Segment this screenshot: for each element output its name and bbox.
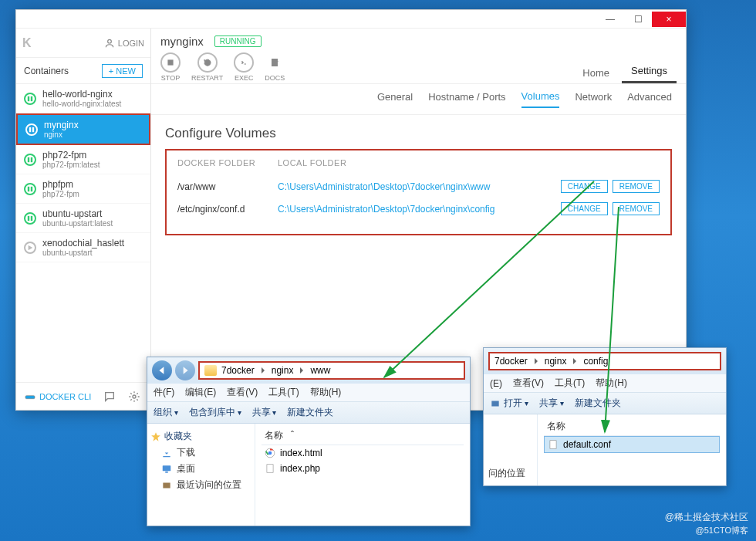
docker-cli-button[interactable]: DOCKER CLI (24, 391, 91, 403)
chevron-right-icon (259, 367, 267, 374)
menu-edit[interactable]: 编辑(E) (185, 386, 216, 399)
maximize-button[interactable]: ☐ (624, 12, 652, 27)
subtab-general[interactable]: General (377, 91, 413, 107)
file-item[interactable]: index.html (262, 445, 464, 461)
svg-rect-23 (163, 482, 170, 488)
share-button[interactable]: 共享 (539, 397, 564, 410)
breadcrumb[interactable]: 7docker nginx config (488, 352, 721, 370)
subtab-network[interactable]: Network (575, 91, 612, 107)
nav-recent-partial[interactable]: 问的位置 (487, 465, 534, 482)
nav-desktop[interactable]: 桌面 (150, 461, 251, 477)
forward-button[interactable] (175, 360, 195, 380)
folder-icon (204, 365, 217, 376)
docker-folder: /var/www (177, 181, 278, 192)
container-list: hello-world-nginxhello-world-nginx:lates… (16, 84, 150, 382)
status-icon (24, 212, 36, 225)
col-docker-folder: DOCKER FOLDER (177, 158, 278, 167)
sidebar: K LOGIN Containers + NEW hello-world-ngi… (16, 29, 151, 410)
remove-button[interactable]: REMOVE (613, 202, 660, 215)
file-list: 名称 default.conf (538, 414, 726, 485)
column-name[interactable]: 名称 ˆ (262, 427, 464, 445)
sidebar-item-mynginx[interactable]: mynginxnginx (16, 113, 150, 145)
section-title: Configure Volumes (165, 126, 672, 141)
organize-button[interactable]: 组织 (154, 406, 178, 419)
volume-row: /etc/nginx/conf.d C:\Users\Administrator… (177, 198, 660, 220)
volumes-box: DOCKER FOLDER LOCAL FOLDER /var/www C:\U… (165, 149, 672, 235)
login-button[interactable]: LOGIN (104, 38, 144, 49)
svg-rect-21 (163, 465, 171, 471)
recent-icon (161, 480, 172, 491)
chrome-icon (265, 448, 275, 458)
close-button[interactable]: × (652, 12, 686, 27)
menu-file[interactable]: 件(F) (154, 386, 174, 399)
menu-view[interactable]: 查看(V) (513, 377, 544, 390)
svg-point-25 (268, 451, 272, 455)
docs-button[interactable]: DOCS (265, 52, 285, 82)
explorer-window-config: 7docker nginx config (E) 查看(V) 工具(T) 帮助(… (483, 347, 727, 486)
sidebar-item-ubuntu-upstart[interactable]: ubuntu-upstartubuntu-upstart:latest (16, 204, 150, 233)
sidebar-item-phpfpm[interactable]: phpfpmphp72-fpm (16, 174, 150, 204)
download-icon (161, 448, 172, 458)
minimize-button[interactable]: — (596, 12, 624, 27)
volume-row: /var/www C:\Users\Administrator\Desktop\… (177, 175, 660, 198)
menu-edit[interactable]: (E) (490, 378, 502, 389)
change-button[interactable]: CHANGE (561, 180, 608, 193)
file-icon (265, 463, 275, 474)
svg-rect-29 (491, 401, 498, 406)
svg-rect-8 (31, 186, 32, 191)
svg-marker-28 (573, 358, 576, 364)
back-button[interactable] (152, 360, 172, 380)
sidebar-item-xenodochial[interactable]: xenodochial_haslettubuntu-upstart (16, 233, 150, 262)
sidebar-item-php72-fpm[interactable]: php72-fpmphp72-fpm:latest (16, 145, 150, 174)
feedback-icon[interactable] (103, 391, 116, 403)
status-icon (24, 183, 36, 195)
nav-downloads[interactable]: 下载 (150, 445, 251, 461)
menu-view[interactable]: 查看(V) (227, 386, 258, 399)
chevron-right-icon (571, 357, 579, 365)
toolbar: 打开 共享 新建文件夹 (484, 393, 726, 414)
stop-button[interactable]: STOP (160, 52, 181, 82)
tab-home[interactable]: Home (573, 63, 619, 83)
restart-button[interactable]: RESTART (191, 52, 223, 82)
menu-help[interactable]: 帮助(H) (310, 386, 342, 399)
include-library-button[interactable]: 包含到库中 (189, 406, 241, 419)
svg-marker-18 (262, 367, 265, 374)
svg-rect-30 (550, 441, 556, 449)
subtab-volumes[interactable]: Volumes (521, 90, 560, 108)
file-item[interactable]: index.php (262, 461, 464, 476)
local-folder: C:\Users\Administrator\Desktop\7docker\n… (278, 204, 561, 215)
new-folder-button[interactable]: 新建文件夹 (287, 406, 333, 419)
user-icon (104, 38, 115, 49)
breadcrumb[interactable]: 7docker nginx www (198, 361, 465, 380)
remove-button[interactable]: REMOVE (613, 180, 660, 193)
svg-rect-22 (165, 471, 168, 472)
column-name[interactable]: 名称 (544, 418, 720, 436)
share-button[interactable]: 共享 (252, 406, 277, 419)
change-button[interactable]: CHANGE (561, 202, 608, 215)
subtab-advanced[interactable]: Advanced (627, 91, 672, 107)
local-folder: C:\Users\Administrator\Desktop\7docker\n… (278, 181, 561, 192)
settings-icon[interactable] (128, 391, 140, 403)
menu-tools[interactable]: 工具(T) (555, 377, 585, 390)
menu-help[interactable]: 帮助(H) (596, 377, 627, 390)
new-folder-button[interactable]: 新建文件夹 (575, 397, 621, 410)
nav-recent[interactable]: 最近访问的位置 (150, 477, 251, 493)
star-icon (150, 431, 161, 442)
status-icon (24, 154, 36, 166)
svg-marker-16 (159, 367, 164, 374)
menu-bar: 件(F) 编辑(E) 查看(V) 工具(T) 帮助(H) (147, 384, 470, 402)
new-container-button[interactable]: + NEW (102, 64, 143, 78)
svg-rect-4 (32, 127, 34, 131)
exec-button[interactable]: EXEC (234, 52, 254, 82)
sidebar-item-hello-world-nginx[interactable]: hello-world-nginxhello-world-nginx:lates… (16, 84, 150, 113)
open-button[interactable]: 打开 (490, 397, 528, 410)
tab-settings[interactable]: Settings (622, 60, 677, 83)
favorites-header[interactable]: 收藏夹 (150, 428, 251, 445)
watermark: @51CTO博客 (696, 525, 748, 536)
subtab-hostname[interactable]: Hostname / Ports (428, 91, 505, 107)
file-item[interactable]: default.conf (544, 436, 720, 453)
menu-tools[interactable]: 工具(T) (268, 386, 299, 399)
containers-label: Containers (24, 66, 69, 76)
svg-rect-6 (31, 157, 32, 161)
status-icon (25, 123, 38, 136)
